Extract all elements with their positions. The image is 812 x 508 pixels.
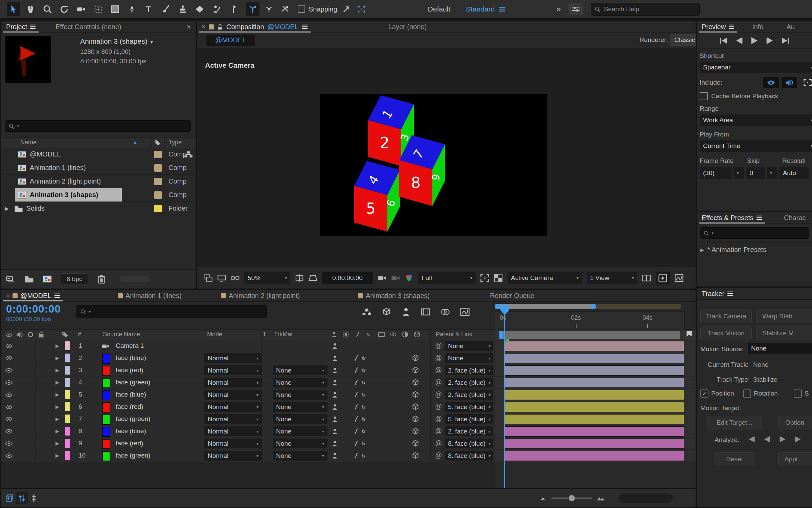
layer-name[interactable]: face (green) xyxy=(116,452,150,459)
layer-shy-icon[interactable] xyxy=(332,343,338,349)
layer-quality-icon[interactable] xyxy=(353,367,359,373)
bit-depth-button[interactable]: 8 bpc xyxy=(61,273,88,285)
skip-chevron[interactable]: ▾ xyxy=(767,167,777,179)
shortcut-dropdown[interactable]: Spacebar▾ xyxy=(700,62,812,73)
expand-layer-switches-icon[interactable] xyxy=(3,492,16,504)
panel-overflow-chevrons[interactable]: » xyxy=(187,22,191,31)
layer-duration-bar[interactable] xyxy=(505,451,684,461)
snap-region-icon[interactable] xyxy=(356,2,367,16)
tool-eraser-icon[interactable] xyxy=(193,2,206,16)
local-axis-mode-icon[interactable] xyxy=(246,2,260,16)
layer-visibility-icon[interactable] xyxy=(5,391,13,398)
transport-next-frame-button[interactable] xyxy=(766,37,774,45)
magnification-dropdown[interactable]: 50%▾ xyxy=(244,272,290,284)
parent-pickwhip-icon[interactable]: @ xyxy=(435,378,442,386)
layer-name[interactable]: Camera 1 xyxy=(116,342,144,350)
view-axis-mode-icon[interactable] xyxy=(278,2,292,16)
include-overlays-icon[interactable] xyxy=(800,77,812,88)
layer-mode-dropdown[interactable]: Normal▾ xyxy=(204,390,262,400)
main-view-icon[interactable] xyxy=(217,274,226,282)
trash-icon[interactable] xyxy=(97,274,106,284)
layer-row-4[interactable]: ▶4face (green)Normal▾None▾fx@2. face (bl… xyxy=(1,377,696,388)
layer-trkmat-dropdown[interactable]: None▾ xyxy=(273,378,328,387)
layer-duration-bar[interactable] xyxy=(505,390,684,400)
layer-duration-bar[interactable] xyxy=(505,353,684,363)
transparency-grid-icon[interactable] xyxy=(494,274,503,282)
effects-category-row[interactable]: ▶* Animation Presets xyxy=(697,242,812,257)
layer-shy-icon[interactable] xyxy=(332,391,338,398)
flowchart-badge-icon[interactable] xyxy=(184,150,193,159)
snapshot-icon[interactable] xyxy=(378,274,386,282)
unlock-icon[interactable] xyxy=(217,24,223,30)
layer-label-swatch[interactable] xyxy=(65,354,70,362)
layer-fx-icon[interactable]: fx xyxy=(361,367,369,374)
layer-shy-icon[interactable] xyxy=(332,416,338,422)
layer-mode-dropdown[interactable]: Normal▾ xyxy=(204,451,262,461)
layer-trkmat-dropdown[interactable]: None▾ xyxy=(273,390,328,400)
viewer-area[interactable]: Active Camera 123456789 xyxy=(197,48,696,267)
tool-camera-icon[interactable] xyxy=(74,2,88,16)
reset-button[interactable]: Reset xyxy=(714,452,755,466)
close-tab-icon[interactable]: × xyxy=(202,23,205,30)
layer-visibility-icon[interactable] xyxy=(5,355,13,362)
project-item-solids[interactable]: ▶SolidsFolder xyxy=(1,202,196,215)
include-video-icon[interactable] xyxy=(763,77,779,88)
layer-3d-icon[interactable] xyxy=(412,391,419,398)
layer-name[interactable]: face (blue) xyxy=(116,427,146,435)
layer-name[interactable]: face (green) xyxy=(116,415,150,423)
layer-expand-arrow[interactable]: ▶ xyxy=(55,428,59,434)
panel-menu-icon[interactable] xyxy=(30,24,36,30)
layer-duration-bar[interactable] xyxy=(505,378,684,388)
layer-label-swatch[interactable] xyxy=(65,439,70,448)
track-motion-button[interactable]: Track Motion xyxy=(700,326,752,340)
label-color-swatch[interactable] xyxy=(154,178,162,185)
layer-name[interactable]: face (red) xyxy=(116,440,143,447)
tracker-analyze-backward-frame-button[interactable] xyxy=(748,436,755,443)
comp-breadcrumb[interactable]: @MODEL xyxy=(206,35,255,46)
view-dropdown[interactable]: Active Camera▾ xyxy=(508,272,582,284)
tool-puppet-pin-icon[interactable] xyxy=(227,2,240,16)
layer-duration-bar[interactable] xyxy=(505,439,684,449)
layer-3d-icon[interactable] xyxy=(412,367,419,374)
layer-row-2[interactable]: ▶2face (blue)Normal▾fx@None▾ xyxy=(1,352,696,364)
draft-3d-icon[interactable] xyxy=(382,307,391,317)
tool-type-icon[interactable]: T xyxy=(142,2,156,16)
layer-shy-icon[interactable] xyxy=(332,440,338,447)
tool-hand-icon[interactable] xyxy=(24,2,37,16)
layer-label-swatch[interactable] xyxy=(65,366,70,375)
layer-parent-dropdown[interactable]: 8. face (blue)▾ xyxy=(445,451,493,461)
sort-ascending-icon[interactable]: ▲ xyxy=(133,139,138,145)
viewer-timecode[interactable]: 0:00:00:00 xyxy=(322,272,373,284)
layer-name[interactable]: face (green) xyxy=(116,379,150,386)
track-camera-button[interactable]: Track Camera xyxy=(700,310,752,323)
column-name[interactable]: Name xyxy=(20,139,37,146)
fast-previews-icon[interactable] xyxy=(656,272,670,284)
snapping-checkbox[interactable] xyxy=(298,5,305,13)
layer-duration-bar[interactable] xyxy=(505,414,684,424)
workspace-default[interactable]: Default xyxy=(428,5,451,13)
layer-duration-bar[interactable] xyxy=(505,426,684,437)
switch-3d-icon[interactable] xyxy=(414,331,420,338)
tracker-analyze-backward-button[interactable] xyxy=(763,436,771,443)
timeline-search-input[interactable] xyxy=(93,308,263,316)
tab-tracker[interactable]: Tracker xyxy=(697,288,738,299)
layer-expand-arrow[interactable]: ▶ xyxy=(55,355,59,361)
layer-parent-dropdown[interactable]: 2. face (blue)▾ xyxy=(445,378,493,387)
layer-shy-icon[interactable] xyxy=(332,379,338,386)
layer-expand-arrow[interactable]: ▶ xyxy=(55,380,59,385)
layer-expand-arrow[interactable]: ▶ xyxy=(55,343,59,348)
shared-view-icon[interactable] xyxy=(642,274,651,282)
project-item-animation-3-shapes-[interactable]: Animation 3 (shapes)Comp xyxy=(1,188,196,202)
layer-fx-icon[interactable]: fx xyxy=(361,403,369,411)
view-options-icon[interactable] xyxy=(231,274,240,282)
layer-parent-dropdown[interactable]: 8. face (blue)▾ xyxy=(445,439,493,448)
parent-pickwhip-icon[interactable]: @ xyxy=(435,342,442,350)
tool-brush-icon[interactable] xyxy=(159,2,173,16)
shy-icon[interactable] xyxy=(401,307,411,317)
zoom-out-mountain-icon[interactable] xyxy=(541,495,547,501)
navigator-start-handle[interactable] xyxy=(495,304,499,309)
tab-character[interactable]: Charac xyxy=(779,212,810,224)
time-navigator[interactable] xyxy=(495,304,681,309)
tool-clone-stamp-icon[interactable] xyxy=(176,2,189,16)
layer-expand-arrow[interactable]: ▶ xyxy=(55,416,59,422)
